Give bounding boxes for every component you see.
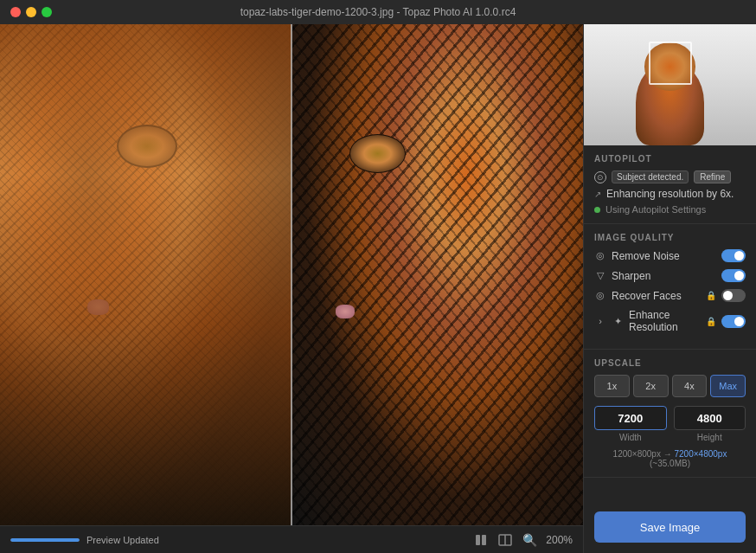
refine-button[interactable]: Refine [694,170,731,183]
dimension-row: 7200 Width 4800 Height [594,406,746,442]
bottom-bar: Preview Updated 🔍 200% [0,525,583,553]
image-area: Preview Updated 🔍 200% [0,24,583,553]
remove-noise-toggle[interactable] [721,249,746,262]
sharpen-row: ▽ Sharpen [594,269,746,282]
enhance-resolution-toggle[interactable] [721,315,746,328]
svg-rect-1 [482,535,486,545]
height-label: Height [674,433,746,442]
subject-icon: ⊙ [594,171,606,183]
enhance-lock-icon: 🔒 [706,317,716,326]
tiger-eye-after [349,134,406,173]
upscale-1x-button[interactable]: 1x [594,375,630,397]
sharpen-label: Sharpen [612,270,716,282]
window-title: topaz-labs-tiger-demo-1200-3.jpg - Topaz… [240,6,516,18]
recover-faces-label: Recover Faces [612,290,701,302]
thumbnail-area [584,24,756,145]
panel-spacer [584,478,756,501]
upscale-section: UPSCALE 1x 2x 4x Max 7200 Width 4800 [584,350,756,478]
main-layout: Preview Updated 🔍 200% [0,24,756,553]
recover-faces-icon: ◎ [594,290,606,302]
upscale-max-button[interactable]: Max [710,375,746,397]
progress-bar-fill [10,538,80,542]
enhancing-label: Enhancing resolution by 6x. [606,188,734,200]
resolution-arrow-icon: ↗ [594,190,601,199]
autopilot-settings-label: Using Autopilot Settings [605,204,706,215]
enhance-resolution-row[interactable]: › ✦ Enhance Resolution 🔒 [594,309,746,333]
before-image [0,24,292,525]
subject-badge: Subject detected. [612,170,689,183]
width-input[interactable]: 7200 [594,406,667,430]
save-image-button[interactable]: Save Image [594,511,746,543]
height-value: 4800 [697,412,722,425]
minimize-button[interactable] [26,7,36,17]
upscale-title: UPSCALE [594,358,746,368]
bottom-icons: 🔍 200% [473,532,573,548]
after-image [292,24,583,525]
subject-detected-row: ⊙ Subject detected. Refine [594,170,746,183]
lock-icon: 🔒 [706,291,716,300]
view-toggle-icon[interactable] [473,532,489,548]
zoom-level-label: 200% [546,534,573,546]
zoom-out-icon[interactable]: 🔍 [522,532,537,548]
traffic-lights [10,7,52,17]
before-after-container [0,24,583,525]
enhance-resolution-label: Enhance Resolution [629,309,701,333]
tiger-nose-before [87,299,109,315]
output-resolution: 7200×4800px [674,449,727,459]
svg-rect-0 [476,535,480,545]
upscale-buttons-group: 1x 2x 4x Max [594,375,746,397]
width-field: 7200 Width [594,406,667,442]
sharpen-toggle[interactable] [721,269,746,282]
height-input[interactable]: 4800 [674,406,746,430]
height-field: 4800 Height [674,406,746,442]
sharpen-icon: ▽ [594,270,606,282]
titlebar: topaz-labs-tiger-demo-1200-3.jpg - Topaz… [0,0,756,24]
right-panel: AUTOPILOT ⊙ Subject detected. Refine ↗ E… [583,24,756,553]
split-view-icon[interactable] [497,532,513,548]
autopilot-settings-row: Using Autopilot Settings [594,204,746,215]
remove-noise-label: Remove Noise [612,250,716,262]
enhancing-row: ↗ Enhancing resolution by 6x. [594,188,746,200]
chevron-right-icon: › [594,315,606,327]
remove-noise-icon: ◎ [594,250,606,262]
width-label: Width [594,433,667,442]
resolution-info: 1200×800px → 7200×4800px (~35.0MB) [594,449,746,468]
tiger-nose-after [336,305,355,318]
thumbnail-selection-box [649,42,692,85]
remove-noise-row: ◎ Remove Noise [594,249,746,262]
preview-updated-label: Preview Updated [86,535,159,545]
recover-faces-toggle[interactable] [721,289,746,302]
progress-bar-container [10,538,80,542]
close-button[interactable] [10,7,21,17]
image-quality-title: IMAGE QUALITY [594,233,746,242]
autopilot-section: AUTOPILOT ⊙ Subject detected. Refine ↗ E… [584,145,756,224]
upscale-4x-button[interactable]: 4x [672,375,708,397]
enhance-star-icon: ✦ [612,315,624,327]
maximize-button[interactable] [42,7,52,17]
tiger-eye-before [117,125,177,168]
image-quality-section: IMAGE QUALITY ◎ Remove Noise ▽ Sharpen ◎… [584,224,756,350]
split-divider[interactable] [291,24,292,525]
green-dot-icon [594,207,600,213]
upscale-2x-button[interactable]: 2x [633,375,669,397]
width-value: 7200 [618,412,643,425]
autopilot-title: AUTOPILOT [594,154,746,164]
recover-faces-row: ◎ Recover Faces 🔒 [594,289,746,302]
